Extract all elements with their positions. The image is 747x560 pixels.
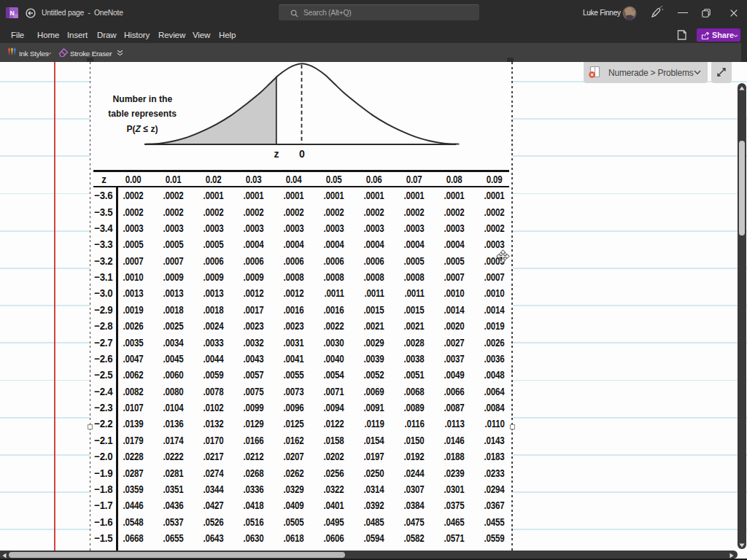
svg-text:0: 0 [299, 148, 305, 160]
svg-text:z: z [274, 148, 279, 160]
svg-text:N: N [10, 9, 15, 17]
